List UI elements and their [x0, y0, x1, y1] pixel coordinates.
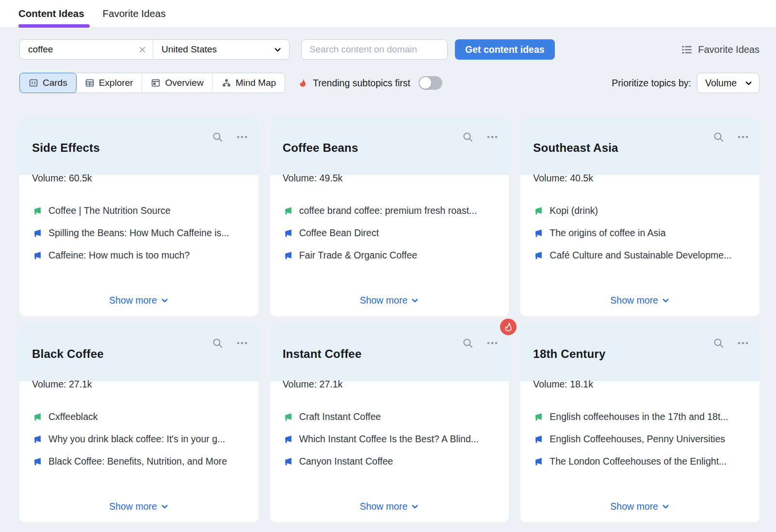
show-more-button[interactable]: Show more — [270, 501, 509, 512]
show-more-button[interactable]: Show more — [19, 295, 259, 306]
view-switcher: Cards Explorer — [19, 73, 285, 93]
more-options-icon[interactable] — [486, 338, 498, 349]
topic-card-header: Instant Coffee Volume: 27.1k — [270, 324, 509, 381]
headline-item[interactable]: Spilling the Beans: How Much Caffeine is… — [32, 227, 246, 239]
search-row: United States Get content ideas Favorite… — [19, 39, 760, 60]
more-options-icon[interactable] — [737, 338, 749, 349]
more-options-icon[interactable] — [236, 338, 248, 349]
chevron-down-icon — [411, 296, 419, 305]
headline-item[interactable]: Why you drink black coffee: It's in your… — [32, 434, 246, 445]
headline-text: Fair Trade & Organic Coffee — [299, 250, 418, 261]
keyword-country-group: United States — [19, 39, 290, 60]
view-tab-mindmap[interactable]: Mind Map — [213, 73, 285, 93]
view-tab-explorer[interactable]: Explorer — [76, 73, 143, 93]
chevron-down-icon — [744, 79, 753, 87]
headline-item[interactable]: English Coffeehouses, Penny Universities — [533, 434, 747, 445]
headline-item[interactable]: Fair Trade & Organic Coffee — [283, 250, 497, 261]
search-icon[interactable] — [212, 131, 223, 143]
search-icon[interactable] — [462, 338, 473, 349]
headline-item[interactable]: English coffeehouses in the 17th and 18t… — [533, 411, 747, 422]
prioritize-select[interactable]: Volume — [697, 73, 760, 93]
headline-item[interactable]: coffee brand coffee: premium fresh roast… — [283, 205, 497, 216]
topic-card-header: 18th Century Volume: 18.1k — [520, 324, 760, 381]
topic-card: Side Effects Volume: 60.5k Coffee | The … — [19, 118, 259, 316]
domain-search-input[interactable] — [308, 44, 440, 55]
megaphone-icon — [283, 206, 293, 216]
headline-item[interactable]: Black Coffee: Benefits, Nutrition, and M… — [32, 456, 246, 467]
megaphone-icon — [283, 435, 293, 444]
headline-item[interactable]: Cxffeeblack — [32, 411, 246, 422]
headline-text: Kopi (drink) — [550, 205, 598, 216]
headline-item[interactable]: The London Coffeehouses of the Enlight..… — [533, 456, 747, 467]
show-more-button[interactable]: Show more — [19, 501, 259, 512]
headline-list: coffee brand coffee: premium fresh roast… — [270, 175, 509, 261]
chevron-down-icon — [274, 46, 282, 54]
country-select[interactable]: United States — [153, 40, 289, 59]
headline-list: Coffee | The Nutrition Source Spilling t… — [19, 175, 259, 261]
headline-item[interactable]: Coffee Bean Direct — [283, 227, 497, 239]
tab-content-ideas[interactable]: Content Ideas — [18, 0, 84, 27]
trending-subtopics-control: Trending subtopics first — [298, 76, 442, 90]
headline-item[interactable]: Kopi (drink) — [533, 205, 747, 216]
chevron-down-icon — [161, 502, 169, 511]
topic-card: Coffee Beans Volume: 49.5k coffee brand … — [270, 118, 509, 316]
more-options-icon[interactable] — [236, 131, 248, 143]
topic-card: Black Coffee Volume: 27.1k Cxffeeblack W… — [19, 324, 259, 522]
megaphone-icon — [283, 457, 293, 467]
view-tab-overview[interactable]: Overview — [142, 73, 212, 93]
topic-card-header: Coffee Beans Volume: 49.5k — [270, 118, 509, 175]
chevron-down-icon — [411, 502, 419, 511]
topic-card-title: Side Effects — [32, 141, 100, 155]
list-icon — [681, 44, 693, 55]
search-icon[interactable] — [462, 131, 473, 143]
view-tab-cards[interactable]: Cards — [19, 73, 77, 93]
search-icon[interactable] — [713, 131, 724, 143]
headline-text: The London Coffeehouses of the Enlight..… — [550, 456, 727, 467]
favorite-ideas-link-label: Favorite Ideas — [698, 44, 760, 55]
headline-item[interactable]: Canyon Instant Coffee — [283, 456, 497, 467]
trending-toggle-switch[interactable] — [419, 76, 442, 90]
search-icon[interactable] — [713, 338, 724, 349]
headline-item[interactable]: Coffee | The Nutrition Source — [32, 205, 246, 216]
headline-item[interactable]: The origins of coffee in Asia — [533, 227, 747, 239]
chevron-down-icon — [662, 502, 670, 511]
topic-card-header: Black Coffee Volume: 27.1k — [19, 324, 259, 381]
show-more-button[interactable]: Show more — [520, 501, 760, 512]
more-options-icon[interactable] — [737, 131, 749, 143]
headline-text: Canyon Instant Coffee — [299, 456, 393, 467]
headline-item[interactable]: Craft Instant Coffee — [283, 411, 497, 422]
topic-card: 18th Century Volume: 18.1k English coffe… — [520, 324, 760, 522]
chevron-down-icon — [161, 296, 169, 305]
headline-item[interactable]: Which Instant Coffee Is the Best? A Blin… — [283, 434, 497, 445]
megaphone-icon — [533, 412, 543, 422]
megaphone-icon — [32, 206, 42, 216]
more-options-icon[interactable] — [486, 131, 498, 143]
topic-card-title: Instant Coffee — [283, 347, 362, 361]
megaphone-icon — [533, 457, 543, 467]
headline-text: Café Culture and Sustainable Developme..… — [550, 250, 731, 261]
overview-view-icon — [151, 78, 161, 88]
favorite-ideas-link[interactable]: Favorite Ideas — [681, 44, 760, 55]
search-icon[interactable] — [212, 338, 223, 349]
topic-card-title: Black Coffee — [32, 347, 104, 361]
clear-keyword-icon[interactable] — [138, 46, 146, 54]
view-tab-mindmap-label: Mind Map — [236, 78, 276, 88]
headline-item[interactable]: Caffeine: How much is too much? — [32, 250, 246, 261]
explorer-view-icon — [85, 78, 95, 88]
megaphone-icon — [32, 412, 42, 422]
show-more-label: Show more — [610, 501, 658, 512]
tab-favorite-ideas[interactable]: Favorite Ideas — [103, 0, 166, 27]
toggle-knob — [420, 77, 431, 89]
show-more-label: Show more — [109, 295, 157, 306]
megaphone-icon — [32, 251, 42, 260]
headline-item[interactable]: Café Culture and Sustainable Developme..… — [533, 250, 747, 261]
show-more-button[interactable]: Show more — [520, 295, 760, 306]
get-content-ideas-button[interactable]: Get content ideas — [455, 39, 555, 60]
megaphone-icon — [533, 228, 543, 238]
show-more-button[interactable]: Show more — [270, 295, 509, 306]
keyword-input[interactable] — [27, 44, 134, 55]
headline-list: Craft Instant Coffee Which Instant Coffe… — [270, 381, 509, 467]
headline-list: English coffeehouses in the 17th and 18t… — [520, 381, 760, 467]
flame-icon — [298, 78, 308, 88]
megaphone-icon — [283, 228, 293, 238]
